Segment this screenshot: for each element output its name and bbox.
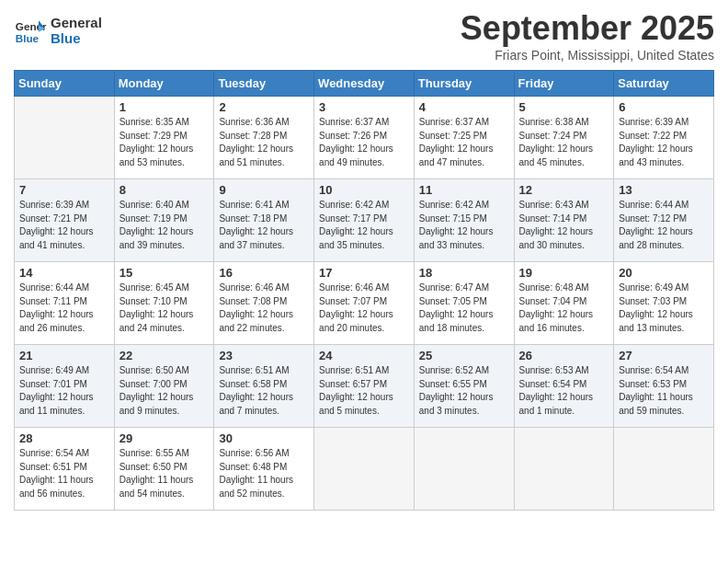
- day-info: Sunrise: 6:54 AMSunset: 6:51 PMDaylight:…: [19, 447, 109, 500]
- calendar-cell: 4Sunrise: 6:37 AMSunset: 7:25 PMDaylight…: [414, 97, 514, 179]
- svg-text:Blue: Blue: [16, 32, 40, 44]
- day-number: 26: [519, 349, 609, 362]
- weekday-header-wednesday: Wednesday: [314, 71, 415, 97]
- day-info: Sunrise: 6:55 AMSunset: 6:50 PMDaylight:…: [119, 447, 210, 500]
- month-title: September 2025: [461, 9, 714, 48]
- logo-line2: Blue: [51, 30, 102, 46]
- day-number: 7: [19, 183, 109, 197]
- day-info: Sunrise: 6:38 AMSunset: 7:24 PMDaylight:…: [519, 116, 609, 169]
- day-number: 5: [519, 100, 609, 114]
- day-number: 21: [19, 349, 109, 362]
- day-info: Sunrise: 6:41 AMSunset: 7:18 PMDaylight:…: [219, 199, 309, 252]
- calendar-cell: 29Sunrise: 6:55 AMSunset: 6:50 PMDayligh…: [114, 428, 214, 511]
- location-title: Friars Point, Mississippi, United States: [461, 48, 714, 63]
- calendar-cell: [15, 97, 115, 179]
- weekday-header-sunday: Sunday: [15, 71, 115, 97]
- day-number: 23: [219, 349, 309, 362]
- day-number: 17: [319, 266, 409, 280]
- page-header: General Blue General Blue September 2025…: [14, 9, 714, 63]
- calendar-cell: [314, 428, 415, 511]
- day-number: 12: [519, 183, 609, 197]
- calendar-week-5: 28Sunrise: 6:54 AMSunset: 6:51 PMDayligh…: [15, 428, 714, 511]
- logo-line1: General: [51, 15, 102, 30]
- day-info: Sunrise: 6:53 AMSunset: 6:54 PMDaylight:…: [519, 364, 609, 418]
- calendar-cell: 3Sunrise: 6:37 AMSunset: 7:26 PMDaylight…: [314, 97, 415, 179]
- day-info: Sunrise: 6:39 AMSunset: 7:21 PMDaylight:…: [19, 199, 109, 252]
- calendar-week-3: 14Sunrise: 6:44 AMSunset: 7:11 PMDayligh…: [15, 262, 714, 345]
- calendar-cell: 24Sunrise: 6:51 AMSunset: 6:57 PMDayligh…: [314, 345, 415, 428]
- day-number: 27: [619, 349, 709, 362]
- day-info: Sunrise: 6:37 AMSunset: 7:26 PMDaylight:…: [319, 116, 409, 169]
- calendar-week-1: 1Sunrise: 6:35 AMSunset: 7:29 PMDaylight…: [15, 97, 714, 179]
- day-info: Sunrise: 6:44 AMSunset: 7:12 PMDaylight:…: [619, 199, 709, 252]
- calendar-week-2: 7Sunrise: 6:39 AMSunset: 7:21 PMDaylight…: [15, 179, 714, 262]
- weekday-header-thursday: Thursday: [414, 71, 514, 97]
- calendar-cell: 2Sunrise: 6:36 AMSunset: 7:28 PMDaylight…: [214, 97, 314, 179]
- calendar-cell: 25Sunrise: 6:52 AMSunset: 6:55 PMDayligh…: [414, 345, 514, 428]
- day-info: Sunrise: 6:42 AMSunset: 7:17 PMDaylight:…: [319, 199, 409, 252]
- calendar-cell: 9Sunrise: 6:41 AMSunset: 7:18 PMDaylight…: [214, 179, 314, 262]
- calendar-cell: 13Sunrise: 6:44 AMSunset: 7:12 PMDayligh…: [614, 179, 714, 262]
- day-number: 18: [419, 266, 509, 280]
- day-number: 9: [219, 183, 309, 197]
- calendar-cell: 23Sunrise: 6:51 AMSunset: 6:58 PMDayligh…: [214, 345, 314, 428]
- calendar-cell: 28Sunrise: 6:54 AMSunset: 6:51 PMDayligh…: [15, 428, 115, 511]
- calendar-table: SundayMondayTuesdayWednesdayThursdayFrid…: [14, 70, 714, 511]
- day-number: 16: [219, 266, 309, 280]
- day-number: 25: [419, 349, 509, 362]
- day-info: Sunrise: 6:51 AMSunset: 6:57 PMDaylight:…: [319, 364, 409, 418]
- logo: General Blue General Blue: [14, 14, 102, 47]
- calendar-cell: 8Sunrise: 6:40 AMSunset: 7:19 PMDaylight…: [114, 179, 214, 262]
- day-info: Sunrise: 6:49 AMSunset: 7:03 PMDaylight:…: [619, 282, 709, 335]
- day-number: 15: [119, 266, 210, 280]
- calendar-cell: 1Sunrise: 6:35 AMSunset: 7:29 PMDaylight…: [114, 97, 214, 179]
- day-number: 29: [119, 431, 210, 445]
- weekday-header-friday: Friday: [514, 71, 614, 97]
- day-info: Sunrise: 6:46 AMSunset: 7:07 PMDaylight:…: [319, 282, 409, 335]
- day-info: Sunrise: 6:47 AMSunset: 7:05 PMDaylight:…: [419, 282, 509, 335]
- calendar-cell: [614, 428, 714, 511]
- logo-icon: General Blue: [14, 14, 47, 47]
- day-info: Sunrise: 6:54 AMSunset: 6:53 PMDaylight:…: [619, 364, 709, 418]
- day-number: 11: [419, 183, 509, 197]
- calendar-week-4: 21Sunrise: 6:49 AMSunset: 7:01 PMDayligh…: [15, 345, 714, 428]
- calendar-cell: 15Sunrise: 6:45 AMSunset: 7:10 PMDayligh…: [114, 262, 214, 345]
- day-info: Sunrise: 6:39 AMSunset: 7:22 PMDaylight:…: [619, 116, 709, 169]
- calendar-cell: 5Sunrise: 6:38 AMSunset: 7:24 PMDaylight…: [514, 97, 614, 179]
- day-number: 22: [119, 349, 210, 362]
- day-info: Sunrise: 6:48 AMSunset: 7:04 PMDaylight:…: [519, 282, 609, 335]
- calendar-cell: 10Sunrise: 6:42 AMSunset: 7:17 PMDayligh…: [314, 179, 415, 262]
- calendar-cell: 11Sunrise: 6:42 AMSunset: 7:15 PMDayligh…: [414, 179, 514, 262]
- weekday-header-monday: Monday: [114, 71, 214, 97]
- day-number: 1: [119, 100, 210, 114]
- calendar-cell: 12Sunrise: 6:43 AMSunset: 7:14 PMDayligh…: [514, 179, 614, 262]
- day-number: 13: [619, 183, 709, 197]
- day-info: Sunrise: 6:40 AMSunset: 7:19 PMDaylight:…: [119, 199, 210, 252]
- calendar-cell: [414, 428, 514, 511]
- title-block: September 2025 Friars Point, Mississippi…: [461, 9, 714, 63]
- calendar-cell: 18Sunrise: 6:47 AMSunset: 7:05 PMDayligh…: [414, 262, 514, 345]
- weekday-header-saturday: Saturday: [614, 71, 714, 97]
- day-info: Sunrise: 6:46 AMSunset: 7:08 PMDaylight:…: [219, 282, 309, 335]
- day-number: 30: [219, 431, 309, 445]
- day-info: Sunrise: 6:43 AMSunset: 7:14 PMDaylight:…: [519, 199, 609, 252]
- calendar-cell: 7Sunrise: 6:39 AMSunset: 7:21 PMDaylight…: [15, 179, 115, 262]
- day-info: Sunrise: 6:36 AMSunset: 7:28 PMDaylight:…: [219, 116, 309, 169]
- day-number: 10: [319, 183, 409, 197]
- calendar-cell: 16Sunrise: 6:46 AMSunset: 7:08 PMDayligh…: [214, 262, 314, 345]
- calendar-cell: [514, 428, 614, 511]
- weekday-header-row: SundayMondayTuesdayWednesdayThursdayFrid…: [15, 71, 714, 97]
- calendar-cell: 21Sunrise: 6:49 AMSunset: 7:01 PMDayligh…: [15, 345, 115, 428]
- calendar-cell: 26Sunrise: 6:53 AMSunset: 6:54 PMDayligh…: [514, 345, 614, 428]
- day-info: Sunrise: 6:37 AMSunset: 7:25 PMDaylight:…: [419, 116, 509, 169]
- day-number: 2: [219, 100, 309, 114]
- day-info: Sunrise: 6:45 AMSunset: 7:10 PMDaylight:…: [119, 282, 210, 335]
- day-number: 3: [319, 100, 409, 114]
- calendar-cell: 22Sunrise: 6:50 AMSunset: 7:00 PMDayligh…: [114, 345, 214, 428]
- day-number: 6: [619, 100, 709, 114]
- day-number: 20: [619, 266, 709, 280]
- day-info: Sunrise: 6:44 AMSunset: 7:11 PMDaylight:…: [19, 282, 109, 335]
- weekday-header-tuesday: Tuesday: [214, 71, 314, 97]
- calendar-cell: 17Sunrise: 6:46 AMSunset: 7:07 PMDayligh…: [314, 262, 415, 345]
- day-number: 19: [519, 266, 609, 280]
